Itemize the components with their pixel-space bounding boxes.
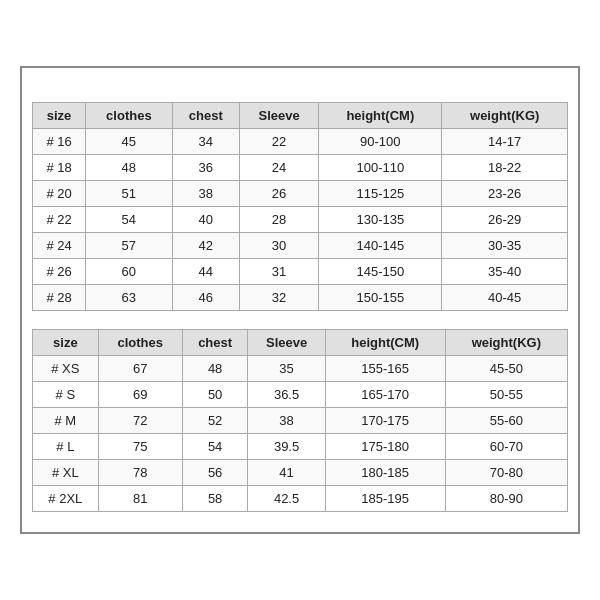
table-cell: 72 [98,408,182,434]
table-cell: 115-125 [319,181,442,207]
table-cell: 60-70 [445,434,567,460]
table-row: # XS674835155-16545-50 [33,356,568,382]
table-cell: 57 [86,233,172,259]
table-cell: # 26 [33,259,86,285]
table-row: # L755439.5175-18060-70 [33,434,568,460]
table-cell: 55-60 [445,408,567,434]
table1-col-header: chest [172,103,239,129]
table-cell: 48 [86,155,172,181]
table-row: # XL785641180-18570-80 [33,460,568,486]
table-cell: # XL [33,460,99,486]
table-cell: 22 [239,129,318,155]
table1-col-header: clothes [86,103,172,129]
table-cell: 130-135 [319,207,442,233]
table-cell: # S [33,382,99,408]
table-row: # 28634632150-15540-45 [33,285,568,311]
table-cell: 31 [239,259,318,285]
table-cell: # 16 [33,129,86,155]
table-row: # 24574230140-14530-35 [33,233,568,259]
table-cell: 69 [98,382,182,408]
table-row: # S695036.5165-17050-55 [33,382,568,408]
table-cell: 140-145 [319,233,442,259]
table-cell: # 20 [33,181,86,207]
table-cell: 26 [239,181,318,207]
table-cell: 45-50 [445,356,567,382]
table-cell: 50 [182,382,248,408]
table-row: # 1645342290-10014-17 [33,129,568,155]
table-cell: 60 [86,259,172,285]
table-cell: 38 [172,181,239,207]
table-cell: # 2XL [33,486,99,512]
table-cell: 145-150 [319,259,442,285]
table1-header: sizeclotheschestSleeveheight(CM)weight(K… [33,103,568,129]
table-cell: # 28 [33,285,86,311]
table-cell: 40 [172,207,239,233]
table2-body: # XS674835155-16545-50# S695036.5165-170… [33,356,568,512]
table-cell: 78 [98,460,182,486]
table2-col-header: chest [182,330,248,356]
table-cell: 175-180 [325,434,445,460]
table2-col-header: Sleeve [248,330,325,356]
table-cell: 50-55 [445,382,567,408]
table-row: # 20513826115-12523-26 [33,181,568,207]
table1-col-header: Sleeve [239,103,318,129]
table-cell: 34 [172,129,239,155]
table-cell: 70-80 [445,460,567,486]
table-cell: 24 [239,155,318,181]
table-cell: 42 [172,233,239,259]
table-row: # M725238170-17555-60 [33,408,568,434]
table-cell: 30 [239,233,318,259]
size-table-2: sizeclotheschestSleeveheight(CM)weight(K… [32,329,568,512]
table2-col-header: height(CM) [325,330,445,356]
table-cell: 35 [248,356,325,382]
table-cell: 32 [239,285,318,311]
table-cell: # 22 [33,207,86,233]
table-cell: 51 [86,181,172,207]
table-row: # 2XL815842.5185-19580-90 [33,486,568,512]
table-cell: 155-165 [325,356,445,382]
table-cell: 58 [182,486,248,512]
chart-title [32,78,568,102]
table-cell: 150-155 [319,285,442,311]
table-cell: 81 [98,486,182,512]
table1-col-header: height(CM) [319,103,442,129]
table-cell: # 18 [33,155,86,181]
table-cell: 90-100 [319,129,442,155]
table2-header: sizeclotheschestSleeveheight(CM)weight(K… [33,330,568,356]
table-cell: 54 [86,207,172,233]
size-chart-container: sizeclotheschestSleeveheight(CM)weight(K… [20,66,580,534]
size-table-1: sizeclotheschestSleeveheight(CM)weight(K… [32,102,568,311]
table-cell: 46 [172,285,239,311]
table-row: # 18483624100-11018-22 [33,155,568,181]
table-row: # 26604431145-15035-40 [33,259,568,285]
table-cell: 30-35 [442,233,568,259]
table2-col-header: weight(KG) [445,330,567,356]
table-cell: 48 [182,356,248,382]
table-cell: 40-45 [442,285,568,311]
table1-body: # 1645342290-10014-17# 18483624100-11018… [33,129,568,311]
table-row: # 22544028130-13526-29 [33,207,568,233]
table1-col-header: weight(KG) [442,103,568,129]
table-cell: 14-17 [442,129,568,155]
table1-header-row: sizeclotheschestSleeveheight(CM)weight(K… [33,103,568,129]
table2-header-row: sizeclotheschestSleeveheight(CM)weight(K… [33,330,568,356]
table-cell: # L [33,434,99,460]
table-cell: 52 [182,408,248,434]
table-cell: 63 [86,285,172,311]
table-cell: 185-195 [325,486,445,512]
table-cell: 42.5 [248,486,325,512]
table2-col-header: clothes [98,330,182,356]
table-cell: # XS [33,356,99,382]
table-cell: 35-40 [442,259,568,285]
table-cell: 18-22 [442,155,568,181]
table-cell: 36.5 [248,382,325,408]
table1-col-header: size [33,103,86,129]
table-cell: 41 [248,460,325,486]
table-cell: 67 [98,356,182,382]
table-cell: 180-185 [325,460,445,486]
table-cell: 28 [239,207,318,233]
table-cell: 80-90 [445,486,567,512]
table-cell: # 24 [33,233,86,259]
table-cell: 170-175 [325,408,445,434]
table-cell: 54 [182,434,248,460]
